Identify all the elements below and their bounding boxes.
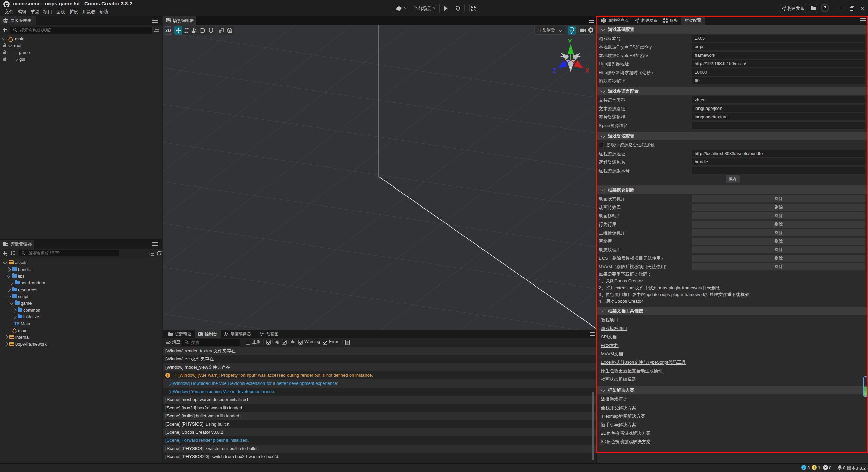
svg-text:Z: Z	[553, 67, 556, 74]
svg-text:Y: Y	[568, 38, 572, 45]
svg-text:X: X	[585, 67, 589, 74]
